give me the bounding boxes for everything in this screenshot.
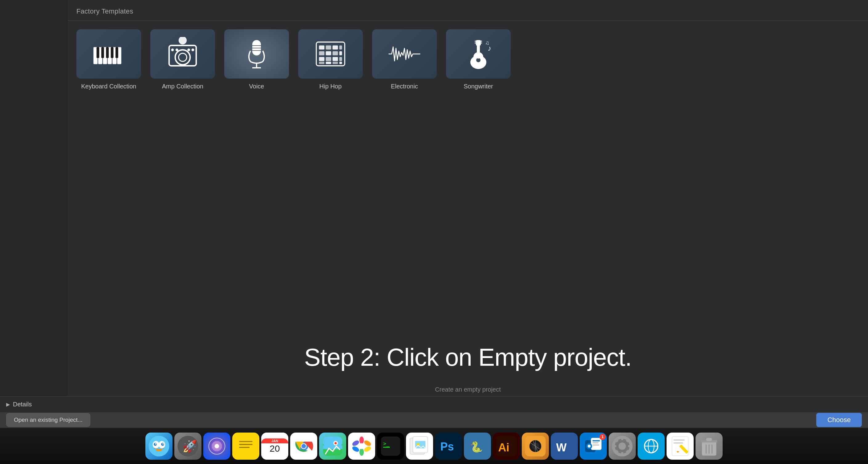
amp-label: Amp Collection [162,83,204,90]
songwriter-label: Songwriter [464,83,493,90]
svg-rect-119 [621,436,623,440]
svg-rect-89 [383,447,390,447]
svg-point-118 [619,442,626,450]
svg-rect-38 [319,62,324,64]
dock: 🚀 JAN 20 [0,428,868,464]
svg-rect-50 [480,41,482,41]
svg-text:W: W [556,441,567,454]
svg-point-16 [176,49,178,51]
dock-textedit[interactable] [666,433,694,460]
svg-rect-47 [476,40,481,45]
svg-point-78 [335,442,337,444]
dock-notes[interactable] [232,433,259,460]
dock-terminal[interactable]: >_ [377,433,404,460]
electronic-label: Electronic [391,83,418,90]
keyboard-label: Keyboard Collection [81,83,136,90]
svg-rect-48 [475,41,476,41]
svg-rect-75 [323,436,342,447]
create-empty-text: Create an empty project [68,386,868,393]
template-songwriter[interactable]: ♪ ♫ Songwriter [446,29,511,90]
svg-rect-9 [116,47,118,58]
svg-point-115 [588,444,591,448]
svg-rect-122 [628,445,632,447]
svg-rect-37 [339,57,342,61]
template-voice[interactable]: Voice [224,29,289,90]
songwriter-icon: ♪ ♫ [446,29,511,79]
choose-button[interactable]: Choose [816,413,862,427]
hiphop-label: Hip Hop [319,83,342,90]
svg-rect-28 [333,45,338,50]
sidebar [0,0,68,396]
svg-rect-33 [339,51,342,55]
svg-rect-68 [239,444,252,445]
svg-text:Ai: Ai [498,441,509,454]
svg-rect-135 [673,442,683,444]
svg-rect-138 [706,438,712,441]
dock-outlook[interactable]: 1 [580,433,607,460]
details-bar[interactable]: ▶ Details [0,396,868,412]
svg-point-15 [171,49,174,51]
dock-word[interactable]: W [551,433,578,460]
svg-point-65 [215,444,219,448]
svg-text:Ps: Ps [440,440,454,453]
svg-rect-30 [319,51,324,55]
svg-rect-134 [673,439,684,441]
svg-point-13 [179,53,187,61]
svg-rect-29 [339,45,342,50]
svg-rect-112 [593,442,598,443]
dock-proxy[interactable] [638,433,665,460]
svg-text:🐍: 🐍 [470,441,483,453]
svg-rect-69 [239,447,249,448]
dock-maps[interactable] [319,433,346,460]
svg-point-18 [192,49,194,51]
details-label: Details [13,401,32,408]
dock-preview[interactable] [406,433,433,460]
svg-rect-26 [319,45,324,50]
svg-point-59 [155,443,156,444]
svg-rect-120 [621,452,623,456]
hiphop-icon [298,29,363,79]
svg-point-73 [302,444,306,448]
svg-rect-113 [593,444,599,445]
open-project-button[interactable]: Open an existing Project... [6,413,90,427]
dock-chrome[interactable] [290,433,317,460]
dock-photoshop[interactable]: Ps [435,433,462,460]
voice-icon [224,29,289,79]
svg-point-12 [175,50,190,65]
dock-trash[interactable] [695,433,723,460]
dock-photos[interactable] [348,433,375,460]
templates-title: Factory Templates [76,7,133,15]
templates-grid: Keyboard Collection [68,21,868,102]
svg-rect-27 [326,45,332,50]
svg-rect-36 [333,57,338,61]
svg-rect-111 [593,440,600,441]
dock-system-prefs[interactable] [609,433,636,460]
template-keyboard[interactable]: Keyboard Collection [76,29,141,90]
dock-calendar[interactable]: JAN 20 [261,433,288,460]
dock-siri[interactable] [203,433,230,460]
svg-rect-40 [333,62,338,64]
templates-header: Factory Templates [68,0,868,21]
svg-rect-31 [326,51,332,55]
svg-rect-6 [96,47,99,58]
outlook-badge: 1 [599,434,606,440]
template-electronic[interactable]: Electronic [372,29,437,90]
svg-rect-34 [319,57,324,61]
svg-rect-32 [333,51,338,55]
dock-python[interactable]: 🐍 [464,433,491,460]
voice-label: Voice [249,83,264,90]
dock-launchpad[interactable]: 🚀 [174,433,202,460]
amp-icon [150,29,215,79]
calendar-day: 20 [270,443,280,454]
dock-illustrator[interactable]: Ai [493,433,520,460]
svg-text:>_: >_ [383,440,390,446]
dock-finder[interactable] [145,433,173,460]
dock-garageband[interactable] [522,433,549,460]
svg-point-86 [359,443,364,449]
svg-rect-8 [111,47,114,58]
svg-rect-39 [326,62,332,64]
svg-point-60 [162,443,164,444]
svg-rect-66 [237,437,255,455]
template-amp[interactable]: Amp Collection [150,29,215,90]
template-hiphop[interactable]: Hip Hop [298,29,363,90]
